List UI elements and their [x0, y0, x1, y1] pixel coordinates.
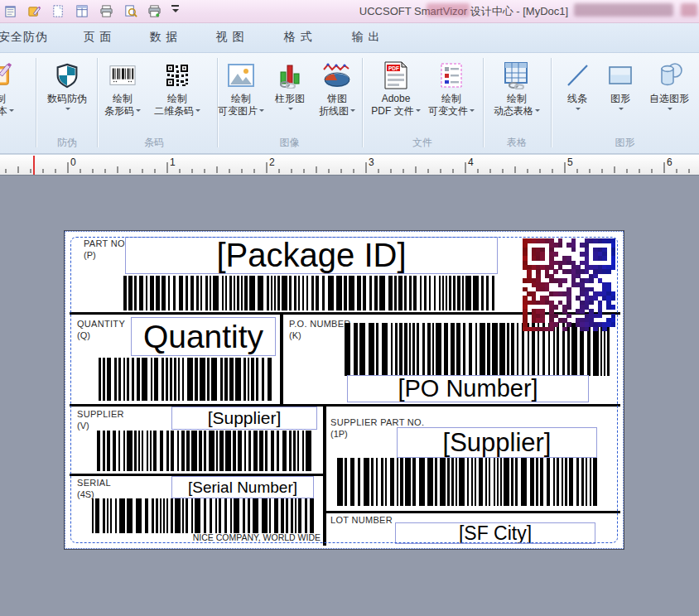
group-label-table: 表格 — [483, 136, 551, 150]
line-icon — [565, 58, 590, 93]
group-label-file: 文件 — [362, 136, 483, 150]
svg-text:5: 5 — [567, 156, 573, 168]
tab-format[interactable]: 格 式 — [263, 30, 333, 50]
caption-serial: SERIAL — [77, 478, 111, 488]
quick-access-toolbar — [2, 2, 186, 19]
print-icon[interactable] — [146, 2, 162, 19]
print-setup-icon[interactable] — [98, 2, 114, 19]
barcode-icon — [109, 58, 136, 93]
caption-po-number: P.O. NUMBER — [289, 319, 351, 329]
background-window-artifact — [574, 3, 673, 17]
divider-v2 — [323, 404, 326, 546]
caption-lot-number: LOT NUMBER — [330, 515, 393, 525]
print-preview-icon[interactable] — [122, 2, 138, 19]
ribbon-item-line[interactable]: 线条 — [557, 58, 598, 115]
ruler-ticks: 0123456 — [0, 155, 699, 175]
variable-picture-icon — [228, 58, 254, 93]
ribbon-item-autoshape[interactable]: 自选图形 — [643, 58, 696, 115]
shape-icon — [608, 58, 633, 93]
group-label-image: 图像 — [217, 136, 362, 150]
horizontal-ruler: 0123456 — [0, 154, 699, 176]
qr-code-object[interactable] — [523, 238, 615, 331]
svg-text:2: 2 — [269, 156, 275, 168]
ribbon-item-adobe-pdf[interactable]: PDF Adobe PDF 文件 — [367, 58, 425, 118]
background-window-artifact — [427, 3, 470, 17]
tab-data[interactable]: 数 据 — [129, 30, 199, 50]
column-chart-icon — [277, 58, 302, 93]
ribbon-item-shape[interactable]: 图形 — [600, 58, 641, 115]
page-setup-icon[interactable] — [50, 2, 66, 19]
group-separator — [551, 58, 552, 147]
design-canvas[interactable]: PART NO. (P) [Package ID] QUANTITY (Q) Q… — [0, 176, 699, 616]
dynamic-table-icon — [503, 58, 531, 93]
ribbon-item-variable-picture[interactable]: 绘制 可变图片 — [214, 58, 268, 118]
tab-page[interactable]: 页 面 — [63, 30, 133, 50]
pie-line-chart-icon — [322, 58, 352, 93]
draw-text-icon — [0, 58, 13, 93]
group-label-security: 防伪 — [40, 136, 94, 150]
group-label-shape: 图形 — [551, 136, 699, 150]
ribbon-item-dynamic-table[interactable]: 绘制 动态表格 — [488, 58, 546, 118]
barcode-part-no[interactable] — [123, 276, 496, 310]
edit-page-icon[interactable] — [26, 2, 42, 19]
autoshape-icon — [655, 58, 683, 93]
divider-v1 — [280, 312, 283, 407]
qr-code-icon — [166, 58, 189, 93]
notes-icon[interactable] — [2, 2, 18, 19]
barcode-supplier[interactable] — [97, 431, 317, 471]
textbox-supplier[interactable]: [Supplier] — [171, 407, 317, 430]
ribbon-item-variable-file[interactable]: 绘制 可变文件 — [423, 58, 480, 118]
textbox-serial-number[interactable]: [Serial Number] — [171, 476, 314, 498]
ribbon-item-draw-text[interactable]: 制 文本 — [0, 58, 30, 118]
ruler-cursor-marker — [33, 156, 35, 175]
svg-text:3: 3 — [369, 156, 374, 168]
code-part-no: (P) — [84, 250, 96, 260]
group-label-barcode: 条码 — [97, 136, 211, 150]
company-footer-text: NICE COMPANY, WORLD WIDE — [181, 532, 321, 542]
ribbon-item-draw-qr-code[interactable]: 绘制 二维条码 — [147, 58, 207, 118]
code-quantity: (Q) — [77, 330, 90, 340]
textbox-lot-number[interactable]: [SF City] — [395, 522, 595, 544]
background-window-artifact — [681, 3, 697, 17]
code-supplier: (V) — [77, 421, 89, 431]
tab-security[interactable]: 安全防伪 — [0, 30, 58, 50]
ribbon-item-draw-barcode[interactable]: 绘制 条形码 — [97, 58, 148, 118]
textbox-supplier-part-no[interactable]: [Supplier] — [397, 427, 597, 458]
caption-supplier-part-no: SUPPLIER PART NO. — [330, 417, 424, 427]
textbox-package-id[interactable]: [Package ID] — [125, 237, 498, 274]
svg-text:PDF: PDF — [388, 65, 399, 71]
ribbon-tab-row: 安全防伪 页 面 数 据 视 图 格 式 输 出 — [0, 23, 699, 53]
svg-text:4: 4 — [468, 156, 474, 168]
divider-h2 — [70, 404, 620, 407]
title-bar: UCCSOFT SmartVizor 设计中心 - [MyDoc1] — [0, 0, 699, 23]
svg-text:0: 0 — [70, 156, 76, 168]
divider-h4 — [326, 511, 620, 513]
ribbon-item-digital-security[interactable]: 数码防伪 — [40, 58, 94, 115]
pdf-file-icon: PDF — [383, 58, 408, 93]
textbox-quantity[interactable]: Quantity — [131, 317, 276, 356]
ribbon: 制 文本 数码防伪 防伪 绘制 条形码 绘制 二维条码 条码 绘制 可变图片 柱… — [0, 53, 699, 154]
qat-dropdown-icon[interactable] — [170, 2, 186, 19]
label-page[interactable]: PART NO. (P) [Package ID] QUANTITY (Q) Q… — [65, 231, 624, 549]
ribbon-item-column-chart[interactable]: 柱形图 — [267, 58, 313, 115]
tab-view[interactable]: 视 图 — [195, 30, 265, 50]
svg-text:6: 6 — [667, 156, 672, 168]
caption-supplier: SUPPLIER — [77, 409, 124, 419]
group-separator — [483, 58, 484, 147]
code-po-number: (K) — [289, 330, 301, 340]
group-separator — [36, 58, 36, 147]
caption-quantity: QUANTITY — [77, 319, 125, 329]
variable-file-icon — [439, 58, 464, 93]
barcode-supplier-part-no[interactable] — [337, 458, 599, 506]
svg-text:1: 1 — [170, 156, 176, 168]
ribbon-item-pie-line-chart[interactable]: 饼图 折线图 — [311, 58, 363, 118]
textbox-po-number[interactable]: [PO Number] — [347, 375, 589, 402]
digital-security-icon — [55, 58, 79, 93]
code-supplier-part-no: (1P) — [330, 429, 348, 439]
tab-output[interactable]: 输 出 — [331, 30, 401, 50]
table-page-icon[interactable] — [74, 2, 90, 19]
caption-part-no: PART NO. — [84, 238, 128, 248]
barcode-serial[interactable] — [92, 498, 314, 533]
barcode-quantity[interactable] — [99, 358, 276, 401]
